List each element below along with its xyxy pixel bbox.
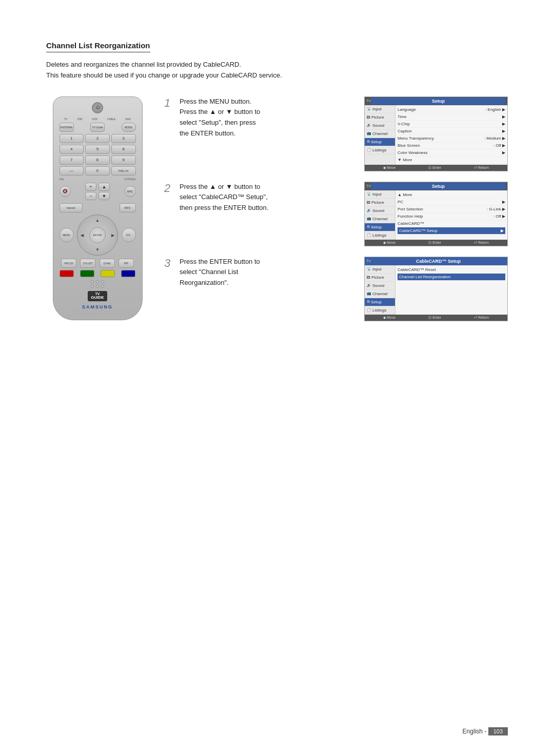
nav-up-arrow[interactable]: ▲ <box>95 218 100 223</box>
btn-5[interactable]: 5 <box>85 145 110 154</box>
btn-7[interactable]: 7 <box>60 156 84 165</box>
pip-button[interactable]: PIP <box>118 259 134 268</box>
screen2-row-more: ▲ More <box>398 191 505 199</box>
screen2-sidebar-setup: ⚙ Setup <box>365 223 395 231</box>
dnet-button[interactable]: D-Net <box>100 259 115 268</box>
label-stb: STB <box>77 118 82 121</box>
tv-guide-logo: TV GUIDE <box>60 291 136 301</box>
favch-button[interactable]: FAV.CH <box>61 259 76 268</box>
info-button[interactable]: INFO <box>120 203 136 212</box>
yellow-button[interactable] <box>101 270 115 277</box>
antenna-row: ANTENNA TV Guide MODE <box>60 123 136 132</box>
power-button[interactable]: ⏻ <box>92 102 103 113</box>
samsung-logo: SAMSUNG <box>60 304 136 309</box>
info-btn-row: Internet INFO <box>60 203 136 212</box>
btn-dash[interactable]: — <box>60 166 84 176</box>
btn-0[interactable]: 0 <box>85 166 110 176</box>
screen3-sidebar-picture: 🖼 Picture <box>365 274 395 282</box>
setup-icon: ⚙ <box>367 140 370 144</box>
page-text: English - <box>463 728 488 735</box>
chlist-button[interactable]: CH.LIST <box>80 259 95 268</box>
btn-prech[interactable]: PRE-CH <box>111 166 136 176</box>
screen1-header: Setup <box>371 98 506 105</box>
btn-4[interactable]: 4 <box>60 145 84 154</box>
screen2-sidebar: 📡 Input 🖼 Picture 🔊 Sound <box>365 190 395 240</box>
vol-label: VOL <box>60 178 65 181</box>
remote: ⏻ TV STB VCR CABLE DVD ANTENNA TV Guide … <box>53 96 143 320</box>
screen3-sidebar-sound: 🔊 Sound <box>365 282 395 290</box>
internet-button[interactable]: Internet <box>60 203 83 212</box>
btn-1[interactable]: 1 <box>60 134 84 143</box>
btn-8[interactable]: 8 <box>85 156 110 165</box>
screen1-tv-label: TV <box>366 99 371 103</box>
step-1-left: 1 Press the MENU button. Press the ▲ or … <box>164 96 356 139</box>
screen2-main: ▲ More PC ▶ Port Selection : G-Link ▶ <box>395 190 507 240</box>
step-2-number: 2 <box>164 182 174 195</box>
label-vcr: VCR <box>92 118 97 121</box>
steps-section: 1 Press the MENU button. Press the ▲ or … <box>164 96 508 321</box>
nav-right-arrow[interactable]: ▶ <box>111 232 114 237</box>
blue-button[interactable] <box>121 270 135 277</box>
vol-down[interactable]: − <box>85 192 96 200</box>
nav-down-arrow[interactable]: ▼ <box>95 247 100 252</box>
screen-3: TV CableCARD™ Setup 📡 Input 🖼 Picture <box>364 257 508 321</box>
menu-button[interactable]: MENU <box>60 228 74 242</box>
step1-line3: select "Setup", then press <box>180 118 356 128</box>
enter-button[interactable]: ENTER <box>89 227 106 243</box>
step-2-left: 2 Press the ▲ or ▼ button to select "Cab… <box>164 182 356 214</box>
step-3-text: Press the ENTER button to select "Channe… <box>180 257 356 288</box>
green-button[interactable] <box>80 270 94 277</box>
screen3-footer: ◆ Move ⊡ Enter ⏎ Return <box>365 315 507 321</box>
step-2-container: 2 Press the ▲ or ▼ button to select "Cab… <box>164 182 508 246</box>
antenna-button[interactable]: ANTENNA <box>60 123 74 132</box>
screen1-row-caption: Caption ▶ <box>398 128 505 135</box>
tv-guide-button[interactable]: TV Guide <box>90 123 105 132</box>
step1-line4: the ENTER button. <box>180 128 356 139</box>
desc-line2: This feature should be used if you chang… <box>46 70 508 81</box>
btn-3[interactable]: 3 <box>111 134 136 143</box>
screen2-row-cablecard: CableCARD™ <box>398 220 505 227</box>
nav-left-arrow[interactable]: ◀ <box>81 232 84 237</box>
screen1-row-colorweakness: Color Weakness ▶ <box>398 149 505 157</box>
ch-up[interactable]: ▲ <box>98 183 110 191</box>
screen1-sidebar-sound: 🔊 Sound <box>365 122 395 130</box>
mute-button[interactable]: 🔇 <box>60 186 71 197</box>
vol-up[interactable]: + <box>85 183 96 191</box>
screen3-sidebar: 📡 Input 🖼 Picture 🔊 Sound <box>365 265 395 315</box>
screen2-tv-label: TV <box>366 184 371 188</box>
step-3-number: 3 <box>164 257 174 270</box>
label-dvd: DVD <box>125 118 131 121</box>
btn-9[interactable]: 9 <box>111 156 136 165</box>
screen1-sidebar: 📡 Input 🖼 Picture 🔊 Sound <box>365 105 395 165</box>
step-3-container: 3 Press the ENTER button to select "Chan… <box>164 257 508 321</box>
screen3-sidebar-channel: 📺 Channel <box>365 290 395 298</box>
step2-line3: then press the ENTER button. <box>180 203 356 214</box>
step-2-text: Press the ▲ or ▼ button to select "Cable… <box>180 182 356 214</box>
ch-down[interactable]: ▼ <box>98 192 110 200</box>
tv-guide-box: TV GUIDE <box>88 291 107 301</box>
guide-button[interactable]: CH↑ <box>122 228 136 242</box>
step2-line2: select "CableCARD™ Setup", <box>180 192 356 203</box>
screen1-row-language: Language : English ▶ <box>398 106 505 113</box>
page-number: English - 103 <box>463 727 508 735</box>
screen2-sidebar-input: 📡 Input <box>365 190 395 199</box>
btn-6[interactable]: 6 <box>111 145 136 154</box>
red-button[interactable] <box>60 270 74 277</box>
btn-2[interactable]: 2 <box>85 134 110 143</box>
screen2-header: Setup <box>371 183 506 190</box>
screen2-row-cablecard-setup: CableCARD™ Setup ▶ <box>398 227 505 235</box>
vol-ch-labels: VOL CH/PAGE <box>60 178 136 181</box>
function-buttons: FAV.CH CH.LIST D-Net PIP <box>60 259 136 268</box>
screen1-sidebar-channel: 📺 Channel <box>365 130 395 138</box>
number-grid: 1 2 3 4 5 6 7 8 9 — 0 PRE-CH <box>60 134 136 176</box>
dots-area <box>60 280 136 288</box>
dot4 <box>91 285 94 288</box>
source-button[interactable]: SRC <box>125 186 136 197</box>
mode-button[interactable]: MODE <box>122 123 136 132</box>
screen3-header: CableCARD™ Setup <box>371 258 506 265</box>
screen3-sidebar-listings: 📋 Listings <box>365 306 395 315</box>
screen1-main: Language : English ▶ Time ▶ V-Chip ▶ <box>395 105 507 165</box>
dot5 <box>96 285 99 288</box>
screen2-footer: ◆ Move ⊡ Enter ⏎ Return <box>365 240 507 246</box>
step2-line1: Press the ▲ or ▼ button to <box>180 182 356 192</box>
